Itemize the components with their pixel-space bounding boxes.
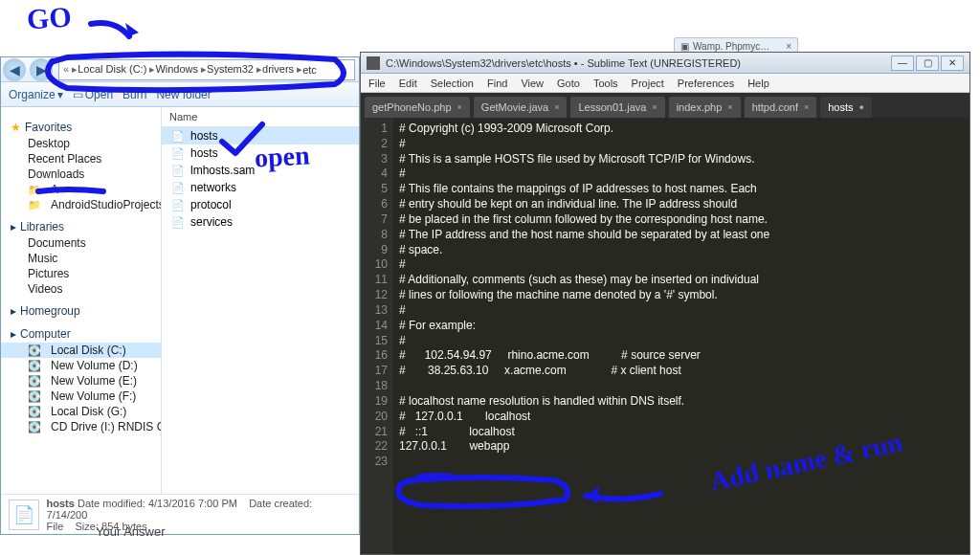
- sidebar-item[interactable]: Documents: [1, 235, 161, 251]
- sublime-window: C:\Windows\System32\drivers\etc\hosts • …: [360, 52, 970, 555]
- status-filename: hosts: [47, 498, 75, 509]
- file-preview-icon: 📄: [9, 500, 39, 530]
- sidebar-item[interactable]: New Volume (F:): [1, 388, 161, 404]
- column-header-name[interactable]: Name: [162, 107, 359, 127]
- file-icon: [171, 146, 185, 160]
- explorer-statusbar: 📄 hosts Date modified: 4/13/2016 7:00 PM…: [1, 494, 359, 534]
- tab-close-icon[interactable]: ×: [554, 102, 559, 112]
- file-icon: [171, 198, 185, 211]
- maximize-button[interactable]: ▢: [916, 56, 939, 71]
- tab-close-icon[interactable]: ×: [457, 102, 462, 112]
- crumb[interactable]: Windows: [155, 63, 207, 76]
- sidebar-item[interactable]: CD Drive (I:) RNDIS CD: [1, 419, 161, 434]
- tab-close-icon[interactable]: ×: [804, 102, 809, 112]
- tab-close-icon[interactable]: ×: [652, 102, 657, 112]
- organize-button[interactable]: Organize ▾: [9, 88, 63, 101]
- file-row[interactable]: protocol: [162, 196, 359, 213]
- sublime-menubar: File Edit Selection Find View Goto Tools…: [361, 74, 969, 93]
- file-row-hosts[interactable]: hosts: [162, 127, 359, 144]
- crumb[interactable]: System32: [207, 63, 262, 76]
- close-button[interactable]: ✕: [941, 56, 964, 71]
- tab-favicon: ▣: [680, 41, 689, 52]
- menu-goto[interactable]: Goto: [557, 78, 580, 89]
- status-type: File: [47, 521, 64, 532]
- menu-find[interactable]: Find: [487, 78, 507, 89]
- editor-tab[interactable]: Lesson01.java×: [570, 97, 664, 118]
- tab-label: Wamp. Phpmyc…: [693, 41, 769, 52]
- menu-tools[interactable]: Tools: [593, 78, 618, 89]
- editor-tab[interactable]: getPhoneNo.php×: [365, 97, 470, 118]
- libraries-group[interactable]: ▸ Libraries: [1, 218, 161, 235]
- forward-button[interactable]: ▶: [30, 58, 53, 81]
- sidebar-item[interactable]: New Volume (D:): [1, 358, 161, 373]
- sidebar-item[interactable]: Local Disk (G:): [1, 404, 161, 419]
- sidebar-item[interactable]: Downloads: [1, 166, 161, 182]
- window-title: C:\Windows\System32\drivers\etc\hosts • …: [386, 57, 741, 69]
- sidebar-item-redacted[interactable]: A: [1, 182, 161, 197]
- sidebar-item[interactable]: AndroidStudioProjects: [1, 197, 161, 212]
- sidebar-item[interactable]: Pictures: [1, 266, 161, 281]
- file-row[interactable]: hosts: [162, 144, 359, 162]
- explorer-sidebar: ★Favorites Desktop Recent Places Downloa…: [1, 107, 162, 494]
- tab-close: ×: [786, 41, 791, 52]
- open-button[interactable]: ▭Open: [73, 88, 113, 101]
- your-answer-label: Your Answer: [96, 524, 166, 539]
- file-icon: [171, 164, 185, 177]
- sublime-app-icon: [367, 56, 380, 70]
- menu-selection[interactable]: Selection: [431, 78, 474, 89]
- crumb[interactable]: etc: [302, 64, 317, 76]
- editor-tab[interactable]: index.php×: [669, 97, 741, 118]
- sidebar-item-localdisk-c[interactable]: Local Disk (C:): [1, 343, 161, 358]
- file-row[interactable]: services: [162, 213, 359, 231]
- file-row[interactable]: networks: [162, 179, 359, 196]
- star-icon: ★: [11, 121, 21, 134]
- sidebar-item[interactable]: Videos: [1, 281, 161, 297]
- back-button[interactable]: ◀: [3, 58, 26, 81]
- annot-go: GO: [26, 0, 73, 35]
- editor-area[interactable]: 1234567891011121314151617181920212223 # …: [361, 118, 969, 554]
- menu-preferences[interactable]: Preferences: [678, 78, 734, 89]
- tab-close-icon[interactable]: ×: [727, 102, 732, 112]
- code-content[interactable]: # Copyright (c) 1993-2009 Microsoft Corp…: [393, 118, 969, 554]
- menu-file[interactable]: File: [368, 78, 386, 89]
- file-list: Name hosts hosts lmhosts.sam networks pr…: [162, 107, 359, 494]
- editor-tab[interactable]: httpd.conf×: [745, 97, 817, 118]
- burn-button[interactable]: Burn: [122, 88, 146, 101]
- breadcrumb[interactable]: « Local Disk (C:) Windows System32 drive…: [58, 59, 355, 80]
- file-icon: [171, 215, 185, 229]
- menu-project[interactable]: Project: [632, 78, 664, 89]
- editor-tab[interactable]: GetMovie.java×: [474, 97, 568, 118]
- minimize-button[interactable]: —: [891, 56, 914, 71]
- sublime-titlebar[interactable]: C:\Windows\System32\drivers\etc\hosts • …: [361, 53, 969, 74]
- status-datemod: Date modified: 4/13/2016 7:00 PM: [78, 498, 237, 509]
- file-row[interactable]: lmhosts.sam: [162, 162, 359, 179]
- sidebar-item[interactable]: New Volume (E:): [1, 373, 161, 388]
- homegroup-group[interactable]: ▸ Homegroup: [1, 302, 161, 320]
- explorer-navbar: ◀ ▶ « Local Disk (C:) Windows System32 d…: [1, 57, 359, 82]
- editor-tab-active[interactable]: hosts●: [820, 97, 872, 118]
- sidebar-item[interactable]: Desktop: [1, 136, 161, 151]
- sublime-tabbar: getPhoneNo.php× GetMovie.java× Lesson01.…: [361, 93, 969, 118]
- tab-dirty-icon[interactable]: ●: [859, 102, 864, 112]
- crumb[interactable]: drivers: [262, 63, 302, 76]
- computer-group[interactable]: ▸ Computer: [1, 325, 161, 343]
- menu-edit[interactable]: Edit: [399, 78, 417, 89]
- newfolder-button[interactable]: New folder: [156, 88, 211, 101]
- explorer-window: ◀ ▶ « Local Disk (C:) Windows System32 d…: [0, 56, 360, 535]
- sidebar-item[interactable]: Recent Places: [1, 151, 161, 166]
- menu-help[interactable]: Help: [747, 78, 769, 89]
- explorer-toolbar: Organize ▾ ▭Open Burn New folder: [1, 82, 359, 107]
- sidebar-item[interactable]: Music: [1, 251, 161, 266]
- file-icon: [171, 129, 185, 143]
- file-icon: [171, 181, 185, 194]
- crumb[interactable]: Local Disk (C:): [78, 63, 155, 76]
- line-gutter: 1234567891011121314151617181920212223: [361, 118, 393, 554]
- favorites-group[interactable]: ★Favorites: [1, 119, 161, 136]
- menu-view[interactable]: View: [521, 78, 544, 89]
